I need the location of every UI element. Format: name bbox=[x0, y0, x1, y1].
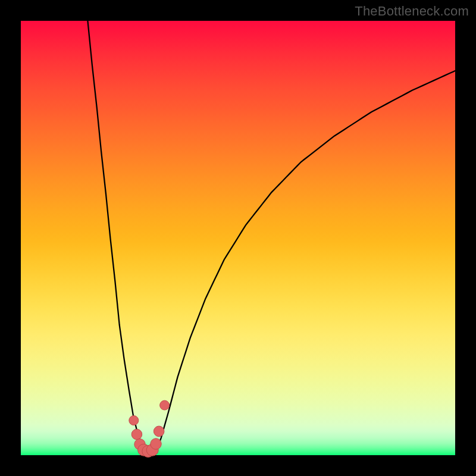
watermark-text: TheBottleneck.com bbox=[355, 4, 469, 19]
gradient-plot-area bbox=[21, 21, 455, 455]
chart-frame: TheBottleneck.com bbox=[0, 0, 476, 476]
